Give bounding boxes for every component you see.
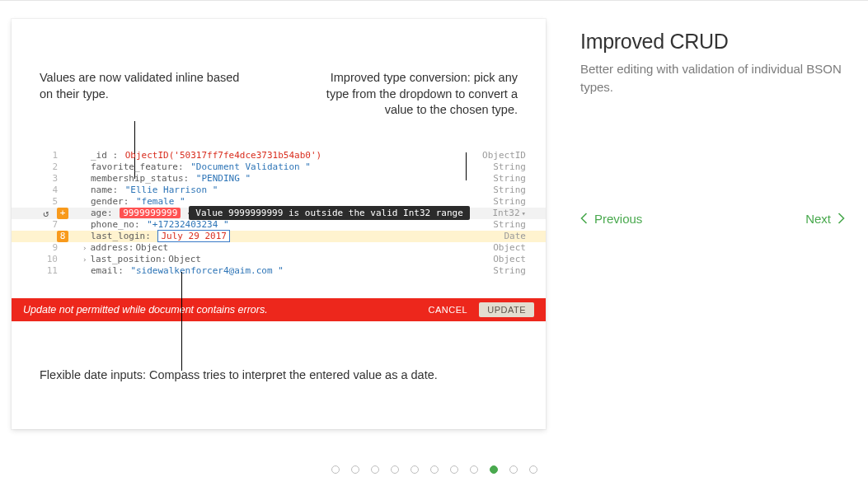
pagination-dot[interactable] — [331, 465, 340, 474]
doc-row: 2 favorite_feature : "Document Validatio… — [12, 161, 546, 173]
pagination-dot[interactable] — [450, 465, 458, 474]
field-type: String — [493, 265, 526, 276]
field-value-invalid[interactable]: 9999999999 — [120, 208, 181, 218]
field-key: name — [91, 185, 113, 195]
feature-card: Values are now validated inline based on… — [12, 19, 546, 429]
field-type: Date — [504, 231, 527, 241]
field-value-date-input[interactable]: July 29 2017 — [157, 230, 229, 242]
error-bar: Update not permitted while document cont… — [12, 298, 546, 321]
validation-tooltip: Value 9999999999 is outside the valid In… — [189, 206, 470, 220]
field-key: membership_status — [91, 173, 184, 184]
doc-row: 9 › address : Object Object — [12, 242, 546, 254]
field-key: phone_no — [91, 219, 134, 230]
field-type: ObjectID — [482, 150, 526, 161]
feature-sidebar: Improved CRUD Better editing with valida… — [546, 19, 845, 429]
doc-row: 3 membership_status : "PENDING " String — [12, 173, 546, 185]
chevron-down-icon: ▾ — [522, 209, 526, 217]
doc-row: 7 phone_no : "+17232403234 " String — [12, 219, 546, 231]
field-key: _id — [91, 150, 107, 161]
field-value[interactable]: "PENDING " — [196, 173, 251, 184]
pagination-dot[interactable] — [509, 465, 518, 474]
callout-date-input: Flexible date inputs: Compass tries to i… — [12, 321, 546, 384]
field-key: last_position — [90, 254, 161, 264]
pagination-dot[interactable] — [470, 465, 478, 474]
line-number: 9 — [12, 242, 66, 253]
field-value: ObjectID('50317ff7fe4dce3731b54ab0') — [125, 150, 321, 161]
line-number: 10 — [12, 254, 66, 264]
expand-caret-icon[interactable]: › — [82, 244, 87, 252]
field-type: Object — [493, 254, 526, 264]
line-number: 1 — [12, 150, 66, 161]
field-value: Object — [168, 254, 201, 264]
field-type: String — [493, 185, 526, 195]
field-value[interactable]: "Ellie Harrison " — [125, 185, 218, 195]
chevron-left-icon — [580, 213, 588, 224]
field-key: address — [90, 242, 128, 253]
pagination-dot[interactable] — [411, 465, 419, 474]
line-number: 2 — [12, 161, 66, 172]
pagination-dot[interactable] — [371, 465, 379, 474]
field-key: email — [91, 265, 118, 276]
field-type-dropdown[interactable]: Int32▾ — [492, 208, 526, 218]
feature-subtitle: Better editing with validation of indivi… — [580, 60, 845, 96]
cancel-button[interactable]: CANCEL — [429, 305, 468, 315]
pagination-dot[interactable] — [529, 465, 537, 474]
update-button[interactable]: UPDATE — [479, 302, 534, 317]
chevron-right-icon — [838, 213, 845, 224]
line-number-edited: 8 — [57, 231, 68, 242]
error-message: Update not permitted while document cont… — [23, 304, 268, 316]
doc-row-error: ↺ + 6 age : 9999999999 Value 9999999999 … — [12, 208, 546, 219]
field-type: String — [493, 173, 526, 184]
add-field-icon[interactable]: + — [57, 208, 68, 219]
feature-title: Improved CRUD — [580, 30, 845, 54]
line-number: 7 — [12, 219, 66, 230]
callout-type-conversion: Improved type conversion: pick any type … — [312, 70, 518, 119]
field-type: Object — [493, 242, 526, 253]
field-value[interactable]: "Document Validation " — [190, 161, 311, 172]
line-number: 3 — [12, 173, 66, 184]
pagination-dots — [0, 429, 868, 477]
field-value[interactable]: "sidewalkenforcer4@aim.com " — [130, 265, 283, 276]
previous-button[interactable]: Previous — [580, 212, 642, 226]
field-value: Object — [135, 242, 168, 253]
doc-row: 1 _id : ObjectID('50317ff7fe4dce3731b54a… — [12, 150, 546, 161]
document-editor: 1 _id : ObjectID('50317ff7fe4dce3731b54a… — [12, 150, 546, 277]
callout-validation: Values are now validated inline based on… — [40, 70, 254, 119]
pagination-dot[interactable] — [351, 465, 359, 474]
field-key: last_login — [91, 231, 145, 241]
connector-line — [181, 272, 182, 371]
field-key: age — [91, 208, 107, 218]
doc-row: 4 name : "Ellie Harrison " String — [12, 185, 546, 196]
undo-icon[interactable]: ↺ — [43, 208, 49, 219]
doc-row-edited: 8 last_login : July 29 2017 Date — [12, 231, 546, 242]
field-value[interactable]: "+17232403234 " — [147, 219, 228, 230]
line-number: 11 — [12, 265, 66, 276]
pagination-dot[interactable] — [391, 465, 399, 474]
expand-caret-icon[interactable]: › — [82, 255, 87, 264]
field-key: favorite_feature — [91, 161, 178, 172]
pagination-dot[interactable] — [490, 465, 498, 474]
doc-row: 10 › last_position : Object Object — [12, 254, 546, 265]
field-type: String — [493, 161, 526, 172]
pagination-dot[interactable] — [430, 465, 439, 474]
doc-row: 11 email : "sidewalkenforcer4@aim.com " … — [12, 265, 546, 277]
field-type: String — [493, 219, 526, 230]
next-button[interactable]: Next — [805, 212, 845, 226]
line-number: 4 — [12, 185, 66, 195]
